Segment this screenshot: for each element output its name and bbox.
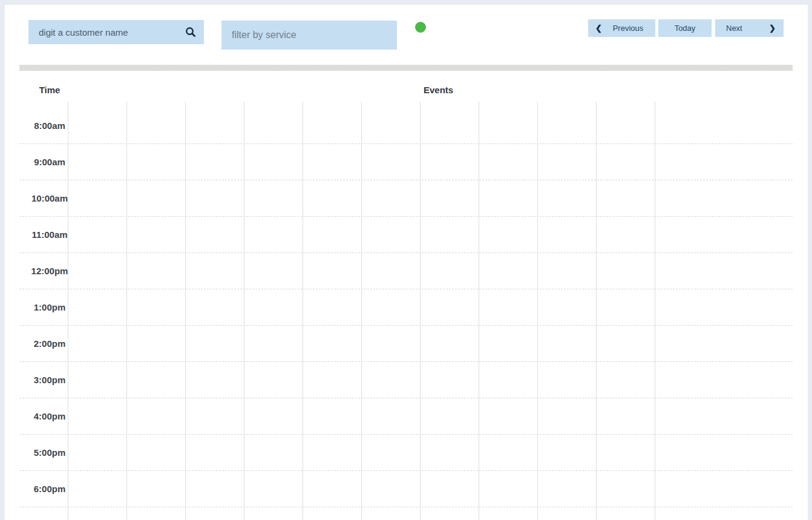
previous-button[interactable]: ❮ Previous <box>588 19 655 37</box>
time-label: 4:00pm <box>19 398 80 434</box>
calendar-hour-row[interactable]: 5:00pm <box>19 435 793 471</box>
calendar-hour-row[interactable]: 6:00pm <box>19 471 793 507</box>
time-label: 6:00pm <box>19 471 80 507</box>
calendar-hour-row[interactable]: 2:00pm <box>19 326 793 362</box>
next-button[interactable]: Next ❯ <box>715 19 784 37</box>
today-button-label: Today <box>675 24 696 33</box>
service-filter-input[interactable] <box>221 21 397 50</box>
status-indicator-dot <box>415 22 426 33</box>
calendar-hour-row[interactable]: 9:00am <box>19 144 793 180</box>
customer-search-box <box>28 20 204 44</box>
scheduler-page: ❮ Previous Today Next ❯ Time Events <box>0 0 812 520</box>
calendar-grid: 8:00am 9:00am 10:00am 11:00am 12:00pm 1:… <box>19 102 793 520</box>
events-column-header: Events <box>424 85 453 95</box>
time-label: 11:00am <box>19 217 80 252</box>
calendar-hour-row[interactable]: 11:00am <box>19 217 793 253</box>
horizontal-scrollbar[interactable] <box>19 65 793 71</box>
calendar-hour-row-partial[interactable] <box>19 507 793 520</box>
calendar-hour-row[interactable]: 8:00am <box>19 108 793 144</box>
next-button-label: Next <box>726 24 742 33</box>
time-column-header: Time <box>19 85 80 95</box>
time-label: 12:00pm <box>19 253 80 289</box>
calendar-hour-row[interactable]: 4:00pm <box>19 398 793 435</box>
grid-top-spacer <box>19 102 793 108</box>
time-label: 5:00pm <box>19 435 80 470</box>
time-label: 1:00pm <box>19 289 80 325</box>
chevron-right-icon: ❯ <box>769 24 776 32</box>
time-label: 9:00am <box>19 144 80 180</box>
previous-button-label: Previous <box>602 24 648 33</box>
calendar-hour-row[interactable]: 10:00am <box>19 180 793 217</box>
time-label: 3:00pm <box>19 362 80 398</box>
search-icon[interactable] <box>185 26 197 38</box>
grid-rows: 8:00am 9:00am 10:00am 11:00am 12:00pm 1:… <box>19 102 793 520</box>
calendar-hour-row[interactable]: 3:00pm <box>19 362 793 398</box>
calendar-hour-row[interactable]: 1:00pm <box>19 289 793 326</box>
chevron-left-icon: ❮ <box>595 24 602 32</box>
time-label: 10:00am <box>19 180 80 216</box>
time-label: 2:00pm <box>19 326 80 361</box>
calendar-hour-row[interactable]: 12:00pm <box>19 253 793 289</box>
today-button[interactable]: Today <box>658 19 712 37</box>
customer-search-input[interactable] <box>28 20 204 44</box>
time-label: 8:00am <box>19 108 80 143</box>
content-area: ❮ Previous Today Next ❯ Time Events <box>5 5 808 520</box>
